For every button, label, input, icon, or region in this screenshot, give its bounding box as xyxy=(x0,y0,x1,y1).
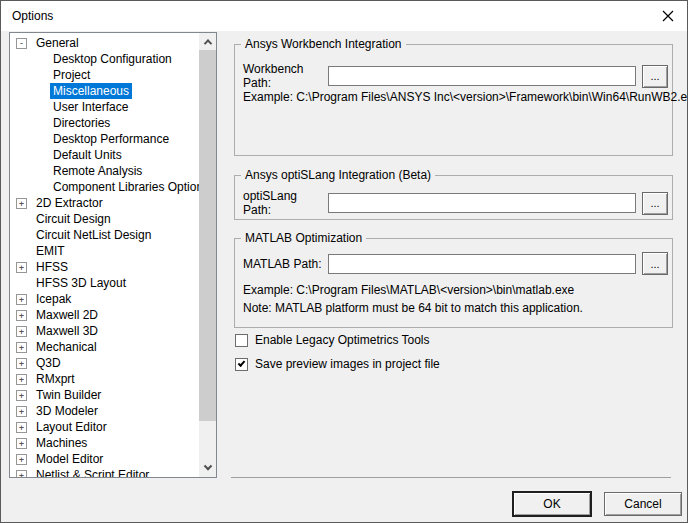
expand-icon[interactable]: + xyxy=(16,454,27,465)
enable-legacy-optimetrics-checkbox[interactable]: Enable Legacy Optimetrics Tools xyxy=(235,333,430,347)
ok-button[interactable]: OK xyxy=(513,492,591,516)
tree-item[interactable]: EMIT xyxy=(10,243,199,259)
tree-item-label: Component Libraries Options xyxy=(50,179,199,195)
optislang-browse-button[interactable]: ... xyxy=(642,192,668,215)
tree-item[interactable]: HFSS 3D Layout xyxy=(10,275,199,291)
expand-icon[interactable]: + xyxy=(16,198,27,209)
scroll-up-icon[interactable] xyxy=(199,33,216,50)
expand-icon[interactable]: + xyxy=(16,310,27,321)
tree-item[interactable]: +Q3D xyxy=(10,355,199,371)
tree-rows: -GeneralDesktop ConfigurationProjectMisc… xyxy=(10,35,199,477)
tree-item[interactable]: +Maxwell 3D xyxy=(10,323,199,339)
tree-item-label: 2D Extractor xyxy=(33,195,106,211)
tree-item-label: Q3D xyxy=(33,355,64,371)
tree-item[interactable]: +Maxwell 2D xyxy=(10,307,199,323)
expand-icon[interactable]: + xyxy=(16,294,27,305)
tree-item-label: Maxwell 3D xyxy=(33,323,101,339)
tree-item-label: HFSS 3D Layout xyxy=(33,275,129,291)
expand-icon[interactable]: + xyxy=(16,358,27,369)
scroll-down-icon[interactable] xyxy=(199,460,216,477)
expand-icon[interactable]: + xyxy=(16,390,27,401)
tree-item-label: Remote Analysis xyxy=(50,163,145,179)
tree-item-label: Circuit NetList Design xyxy=(33,227,154,243)
tree-item-label: Twin Builder xyxy=(33,387,104,403)
checkbox-box[interactable] xyxy=(235,334,248,347)
save-preview-images-checkbox[interactable]: Save preview images in project file xyxy=(235,357,440,371)
tree-item-label: EMIT xyxy=(33,243,68,259)
tree-item-label: RMxprt xyxy=(33,371,78,387)
matlab-path-row: MATLAB Path: ... xyxy=(243,252,668,275)
tree-item-label: Mechanical xyxy=(33,339,100,355)
tree-item[interactable]: Circuit Design xyxy=(10,211,199,227)
expand-icon[interactable]: + xyxy=(16,262,27,273)
tree-item[interactable]: Desktop Performance xyxy=(10,131,199,147)
scrollbar-thumb[interactable] xyxy=(199,50,216,421)
group-title: Ansys Workbench Integration xyxy=(241,37,406,51)
tree-item-label: General xyxy=(33,35,82,51)
tree-item[interactable]: +Model Editor xyxy=(10,451,199,467)
optislang-integration-group: Ansys optiSLang Integration (Beta) optiS… xyxy=(234,175,673,220)
tree-item-label: 3D Modeler xyxy=(33,403,101,419)
workbench-browse-button[interactable]: ... xyxy=(642,65,668,88)
optislang-path-input[interactable] xyxy=(328,193,636,213)
tree-item[interactable]: +HFSS xyxy=(10,259,199,275)
expand-icon[interactable]: + xyxy=(16,374,27,385)
matlab-browse-button[interactable]: ... xyxy=(642,252,668,275)
workbench-path-row: Workbench Path: ... xyxy=(243,62,668,90)
tree-item[interactable]: +2D Extractor xyxy=(10,195,199,211)
expand-icon[interactable]: + xyxy=(16,342,27,353)
tree-item-label: User Interface xyxy=(50,99,131,115)
tree-item[interactable]: +Twin Builder xyxy=(10,387,199,403)
options-category-tree: -GeneralDesktop ConfigurationProjectMisc… xyxy=(9,32,217,478)
matlab-example-text: Example: C:\Program Files\MATLAB\<versio… xyxy=(243,283,574,297)
expand-icon[interactable]: + xyxy=(16,422,27,433)
workbench-integration-group: Ansys Workbench Integration Workbench Pa… xyxy=(234,44,673,156)
tree-item-label: Netlist & Script Editor xyxy=(33,467,152,477)
tree-item[interactable]: +Machines xyxy=(10,435,199,451)
options-dialog: Options -GeneralDesktop ConfigurationPro… xyxy=(0,0,688,523)
tree-item-label: Maxwell 2D xyxy=(33,307,101,323)
tree-item[interactable]: User Interface xyxy=(10,99,199,115)
tree-item[interactable]: Project xyxy=(10,67,199,83)
matlab-note-text: Note: MATLAB platform must be 64 bit to … xyxy=(243,301,583,315)
tree-item[interactable]: +3D Modeler xyxy=(10,403,199,419)
tree-item[interactable]: -General xyxy=(10,35,199,51)
tree-item[interactable]: Component Libraries Options xyxy=(10,179,199,195)
tree-item[interactable]: +Icepak xyxy=(10,291,199,307)
expand-icon[interactable]: + xyxy=(16,438,27,449)
tree-item-label: Desktop Performance xyxy=(50,131,172,147)
expand-icon[interactable]: + xyxy=(16,470,27,478)
tree-item[interactable]: Circuit NetList Design xyxy=(10,227,199,243)
tree-item-label: Layout Editor xyxy=(33,419,110,435)
button-separator xyxy=(231,477,671,478)
tree-item-label: Model Editor xyxy=(33,451,106,467)
tree-item[interactable]: +RMxprt xyxy=(10,371,199,387)
checkbox-box[interactable] xyxy=(235,358,248,371)
matlab-path-input[interactable] xyxy=(328,254,636,274)
collapse-icon[interactable]: - xyxy=(16,38,27,49)
tree-item-label: Desktop Configuration xyxy=(50,51,175,67)
cancel-button[interactable]: Cancel xyxy=(604,492,682,516)
tree-item-label: Icepak xyxy=(33,291,74,307)
tree-scrollbar[interactable] xyxy=(199,33,216,477)
group-title: MATLAB Optimization xyxy=(241,231,366,245)
tree-item[interactable]: +Layout Editor xyxy=(10,419,199,435)
close-icon[interactable] xyxy=(662,10,674,22)
group-title: Ansys optiSLang Integration (Beta) xyxy=(241,168,435,182)
workbench-path-label: Workbench Path: xyxy=(243,62,328,90)
tree-item[interactable]: Directories xyxy=(10,115,199,131)
tree-item[interactable]: +Mechanical xyxy=(10,339,199,355)
workbench-path-input[interactable] xyxy=(328,66,636,86)
tree-item[interactable]: Default Units xyxy=(10,147,199,163)
tree-item-label: HFSS xyxy=(33,259,71,275)
matlab-path-label: MATLAB Path: xyxy=(243,257,328,271)
expand-icon[interactable]: + xyxy=(16,326,27,337)
checkmark-icon xyxy=(238,359,246,367)
tree-item[interactable]: Remote Analysis xyxy=(10,163,199,179)
tree-item-label: Machines xyxy=(33,435,90,451)
expand-icon[interactable]: + xyxy=(16,406,27,417)
tree-item[interactable]: Desktop Configuration xyxy=(10,51,199,67)
tree-item[interactable]: +Netlist & Script Editor xyxy=(10,467,199,477)
tree-item-label: Default Units xyxy=(50,147,125,163)
tree-item[interactable]: Miscellaneous xyxy=(10,83,199,99)
